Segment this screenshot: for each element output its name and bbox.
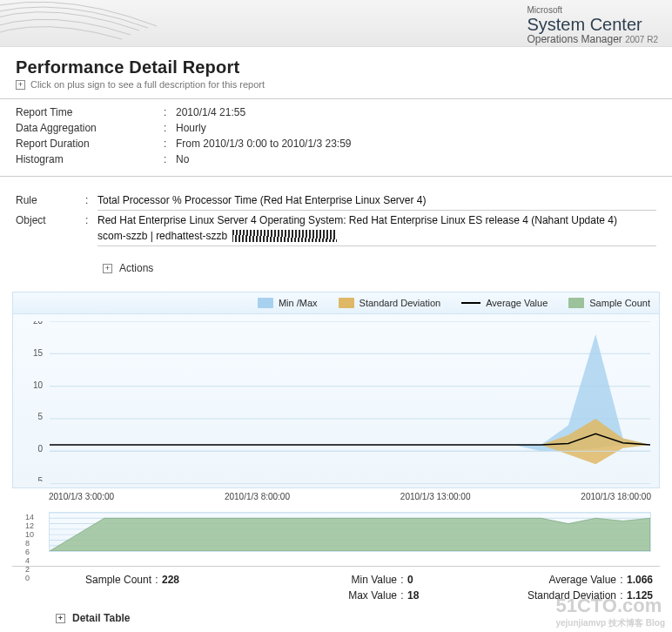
report-metadata: Report Time : 2010/1/4 21:55 Data Aggreg… — [0, 99, 672, 177]
main-chart-svg — [50, 321, 650, 484]
summary-block: Sample Count : 228 Min Value : 0 Average… — [0, 567, 672, 607]
sample-count-chart: 14121086420 — [49, 512, 651, 552]
expand-description-button[interactable]: + — [16, 80, 25, 90]
brand-version: 2007 R2 — [625, 35, 658, 44]
description-hint: Click on plus sign to see a full descrip… — [30, 79, 265, 90]
legend-std: Standard Deviation — [360, 298, 441, 308]
brand-ms: Microsoft — [527, 5, 658, 15]
svg-text:20: 20 — [33, 321, 44, 326]
rule-value: Total Processor % Processor Time (Red Ha… — [97, 194, 656, 211]
report-duration-label: Report Duration — [16, 138, 164, 150]
histogram-value: No — [176, 153, 189, 165]
std-value: 1.125 — [627, 589, 672, 602]
rule-label: Rule — [16, 194, 85, 211]
histogram-label: Histogram — [16, 153, 164, 165]
legend-count: Sample Count — [589, 298, 650, 308]
detail-table-label: Detail Table — [72, 612, 130, 624]
y-axis-labels: -505101520 — [13, 321, 48, 481]
chart-legend: Min /Max Standard Deviation Average Valu… — [12, 292, 660, 314]
x-tick: 2010/1/3 13:00:00 — [400, 492, 471, 501]
sample-count-label: Sample Count — [56, 574, 151, 586]
rule-object-block: Rule : Total Processor % Processor Time … — [0, 177, 672, 292]
report-time-value: 2010/1/4 21:55 — [176, 106, 245, 118]
std-label: Standard Deviation — [512, 589, 616, 602]
avg-value: 1.066 — [627, 574, 672, 586]
min-value-label: Min Value — [319, 574, 397, 586]
header-swirl-graphic — [0, 0, 200, 47]
data-aggregation-label: Data Aggregation — [16, 122, 164, 134]
svg-text:10: 10 — [33, 380, 44, 390]
x-tick: 2010/1/3 18:00:00 — [581, 492, 651, 501]
data-aggregation-value: Hourly — [176, 122, 206, 134]
report-time-label: Report Time — [16, 106, 164, 118]
sample-count-svg — [50, 513, 650, 551]
legend-swatch-minmax — [258, 298, 273, 308]
svg-text:0: 0 — [37, 444, 43, 454]
colon-sep: : — [164, 106, 176, 118]
redacted-hostname — [232, 230, 337, 242]
expand-detail-table-button[interactable]: + — [56, 614, 65, 623]
object-label: Object — [16, 214, 85, 250]
object-value-line1: Red Hat Enterprise Linux Server 4 Operat… — [97, 214, 656, 226]
report-duration-value: From 2010/1/3 0:00 to 2010/1/3 23:59 — [176, 138, 351, 150]
detail-table-row: + Detail Table — [0, 607, 672, 632]
svg-text:-5: -5 — [35, 476, 43, 481]
chart-section: Min /Max Standard Deviation Average Valu… — [0, 292, 672, 552]
legend-minmax: Min /Max — [279, 298, 318, 308]
avg-value-label: Average Value — [512, 574, 616, 586]
max-value-label: Max Value — [319, 589, 397, 602]
header-banner: Microsoft System Center Operations Manag… — [0, 0, 672, 47]
x-tick: 2010/1/3 3:00:00 — [49, 492, 114, 501]
report-title-row: Performance Detail Report + Click on plu… — [0, 47, 672, 99]
legend-swatch-count — [568, 298, 584, 308]
svg-text:5: 5 — [37, 412, 43, 421]
svg-text:15: 15 — [33, 348, 44, 358]
mini-y-labels: 14121086420 — [25, 513, 34, 551]
x-tick: 2010/1/3 8:00:00 — [225, 492, 290, 501]
legend-line-avg — [461, 302, 480, 304]
sample-count-value: 228 — [162, 574, 214, 586]
legend-avg: Average Value — [486, 298, 548, 308]
main-chart: -505101520 — [12, 314, 660, 488]
min-value: 0 — [407, 574, 451, 586]
object-value-line2: scom-szzb | redhattest-szzb — [97, 230, 227, 242]
max-value: 18 — [407, 589, 451, 602]
brand-block: Microsoft System Center Operations Manag… — [527, 5, 658, 45]
expand-actions-button[interactable]: + — [103, 264, 112, 273]
page-title: Performance Detail Report — [16, 57, 656, 77]
legend-swatch-std — [339, 298, 354, 308]
x-axis-ticks: 2010/1/3 3:00:002010/1/3 8:00:002010/1/3… — [12, 488, 660, 505]
brand-title: System Center — [527, 15, 658, 34]
actions-label: Actions — [119, 262, 153, 274]
brand-subtitle: Operations Manager — [527, 33, 622, 45]
